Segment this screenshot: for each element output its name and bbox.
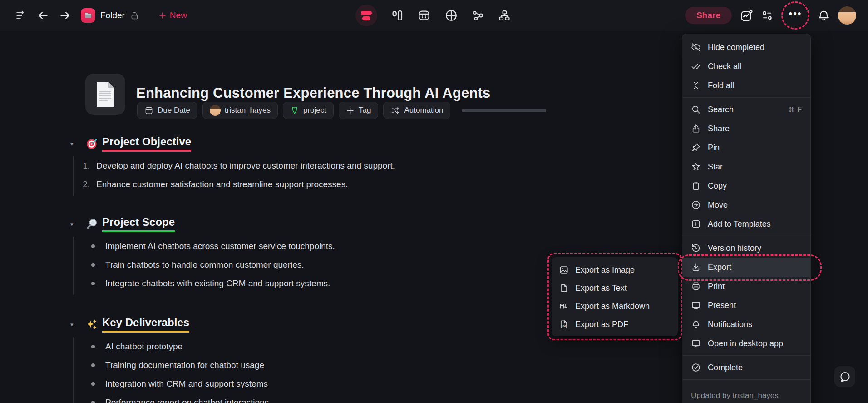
collapse-toggle[interactable]: ▾ <box>70 140 86 147</box>
svg-text:PDF: PDF <box>562 325 567 327</box>
collapse-toggle[interactable]: ▾ <box>70 321 86 328</box>
sparkles-emoji <box>86 318 99 331</box>
lock-icon <box>130 11 139 20</box>
menu-item-print[interactable]: Print <box>682 277 810 296</box>
list-item: Integration with CRM and support systems <box>70 374 524 393</box>
download-icon <box>691 262 701 272</box>
menu-item-fold-all[interactable]: Fold all <box>682 76 810 95</box>
indent-guide <box>73 237 74 295</box>
bullet-dot <box>91 363 95 367</box>
magnifier-emoji <box>86 218 99 230</box>
preferences-button[interactable] <box>761 9 774 22</box>
menu-item-pin[interactable]: Pin <box>682 138 810 157</box>
history-icon <box>691 243 701 253</box>
folder-name-label[interactable]: Folder <box>100 10 125 20</box>
quadrant-view-button[interactable] <box>444 9 458 22</box>
ellipsis-icon: ••• <box>789 8 802 19</box>
menu-item-star[interactable]: Star <box>682 157 810 176</box>
bell-icon <box>691 319 701 329</box>
menu-item-hide-completed[interactable]: Hide completed <box>682 38 810 57</box>
bell-icon <box>817 9 830 22</box>
printer-icon <box>691 281 701 291</box>
folder-icon[interactable] <box>81 8 95 23</box>
chat-button[interactable] <box>834 366 855 387</box>
share-network-button[interactable] <box>472 9 484 22</box>
menu-divider <box>682 355 810 356</box>
owner-chip[interactable]: tristan_hayes <box>202 102 278 119</box>
org-chart-button[interactable] <box>498 9 511 22</box>
section-project-objective: ▾ Project Objective 1. Develop and deplo… <box>70 134 524 194</box>
submenu-item-export-as-image[interactable]: Export as Image <box>552 261 678 279</box>
automation-icon <box>390 106 400 115</box>
columns-view-button[interactable] <box>391 9 404 22</box>
menu-item-open-in-desktop-app[interactable]: Open in desktop app <box>682 334 810 353</box>
menu-item-add-to-templates[interactable]: Add to Templates <box>682 214 810 234</box>
doc-view-button[interactable] <box>355 5 377 26</box>
document-icon <box>95 81 116 108</box>
add-tag-label: Tag <box>359 106 371 115</box>
progress-bar[interactable] <box>462 109 546 112</box>
activity-pulse-icon <box>740 9 753 22</box>
file-icon <box>559 283 569 293</box>
topbar: Folder New <box>0 0 868 31</box>
list-marker: 2. <box>76 179 90 189</box>
plus-icon <box>346 106 355 115</box>
menu-divider <box>682 97 810 98</box>
menu-item-complete[interactable]: Complete <box>682 358 810 377</box>
submenu-item-export-as-text[interactable]: Export as Text <box>552 279 678 297</box>
section-title: Project Objective <box>102 135 191 152</box>
share-button[interactable]: Share <box>685 7 732 24</box>
due-date-chip[interactable]: Due Date <box>137 102 197 119</box>
shortcut-hint: ⌘ F <box>788 105 802 114</box>
menu-item-share[interactable]: Share <box>682 119 810 138</box>
indent-guide <box>73 337 74 403</box>
add-tag-chip[interactable]: Tag <box>339 102 378 119</box>
activity-button[interactable] <box>740 9 753 22</box>
calendar-icon <box>144 106 153 115</box>
new-button[interactable]: New <box>156 10 190 21</box>
add-square-icon <box>691 219 701 229</box>
menu-item-copy[interactable]: Copy <box>682 176 810 195</box>
more-options-button[interactable]: ••• <box>789 14 802 17</box>
tag-label: project <box>303 106 326 115</box>
menu-item-move[interactable]: Move <box>682 195 810 214</box>
app: Folder New <box>0 0 868 403</box>
menu-item-present[interactable]: Present <box>682 296 810 315</box>
tag-chip[interactable]: project <box>283 102 334 119</box>
submenu-item-export-as-pdf[interactable]: PDF Export as PDF <box>552 315 678 333</box>
bullet-dot <box>91 263 95 267</box>
new-button-label: New <box>170 10 187 20</box>
menu-item-export[interactable]: Export <box>682 258 810 277</box>
section-title: Project Scope <box>102 216 175 232</box>
automation-chip[interactable]: Automation <box>383 102 450 119</box>
forward-button[interactable] <box>59 10 71 21</box>
bullet-dot <box>91 345 95 348</box>
list-item: AI chatbot prototype <box>70 337 524 356</box>
sidebar-toggle-icon <box>15 10 27 21</box>
keyboard-view-button[interactable] <box>417 9 431 22</box>
image-icon <box>559 265 569 275</box>
menu-item-check-all[interactable]: Check all <box>682 57 810 76</box>
list-item: Performance report on chatbot interactio… <box>70 393 524 403</box>
menu-item-notifications[interactable]: Notifications <box>682 315 810 334</box>
clipboard-icon <box>691 181 701 191</box>
menu-item-version-history[interactable]: Version history <box>682 239 810 258</box>
star-icon <box>691 162 701 172</box>
monitor-icon <box>691 300 701 310</box>
bullet-dot <box>91 244 95 248</box>
fold-icon <box>691 80 701 90</box>
submenu-item-export-as-markdown[interactable]: Export as Markdown <box>552 297 678 315</box>
back-button[interactable] <box>37 10 49 21</box>
menu-item-search[interactable]: Search ⌘ F <box>682 100 810 119</box>
menu-divider <box>682 379 810 380</box>
doc-properties-row: Due Date tristan_hayes project Tag Autom… <box>137 102 546 119</box>
doc-icon-tile[interactable] <box>85 74 125 115</box>
sidebar-toggle-button[interactable] <box>15 10 27 21</box>
back-arrow-icon <box>37 10 49 21</box>
collapse-toggle[interactable]: ▾ <box>70 221 86 228</box>
notifications-button[interactable] <box>817 9 830 22</box>
tag-icon <box>290 106 299 115</box>
quadrant-grid-icon <box>444 9 458 22</box>
user-avatar[interactable] <box>838 6 856 25</box>
list-item: 2. Enhance customer satisfaction and str… <box>70 175 524 194</box>
